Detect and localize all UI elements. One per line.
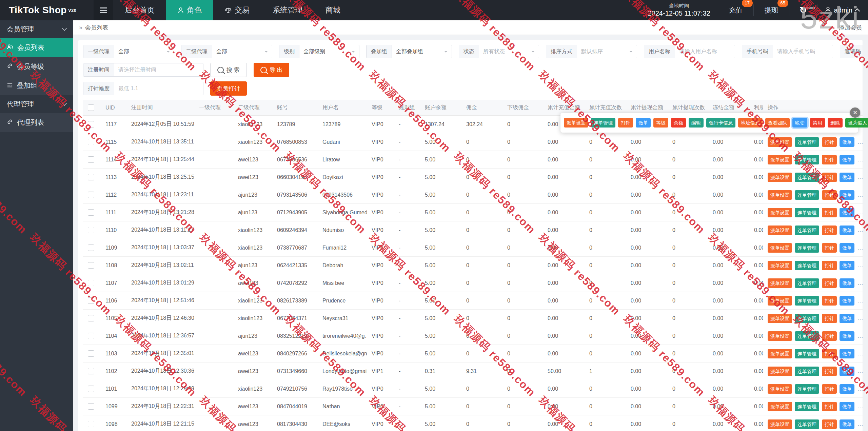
inject-button[interactable]: 打针 [822, 331, 837, 341]
make-order-button[interactable]: 做单 [840, 137, 854, 147]
inject-button[interactable]: 打针 [822, 261, 837, 270]
dispatch-settings-button[interactable]: 派单设置 [768, 296, 792, 306]
combo-order-button[interactable]: 连单管理 [795, 331, 819, 341]
row-checkbox[interactable] [88, 209, 94, 216]
batch-inject-button[interactable]: 批量打针 [210, 81, 247, 96]
popup-action-button[interactable]: 等级 [653, 118, 668, 128]
popup-action-button[interactable]: 删除 [828, 118, 843, 128]
filter-select[interactable]: 全部叠加组 [392, 45, 452, 58]
inject-button[interactable]: 打针 [822, 384, 837, 394]
row-checkbox[interactable] [88, 174, 94, 180]
dispatch-settings-button[interactable]: 派单设置 [768, 155, 792, 164]
row-checkbox[interactable] [88, 350, 94, 357]
row-checkbox[interactable] [88, 280, 94, 286]
popup-action-button[interactable]: 设为假人 [845, 118, 868, 128]
popup-action-button[interactable]: 编辑 [689, 118, 704, 128]
popup-action-button[interactable]: 连单管理 [591, 118, 615, 128]
make-order-button[interactable]: 做单 [840, 226, 854, 235]
row-checkbox[interactable] [88, 227, 94, 233]
filter-input[interactable] [773, 45, 833, 58]
search-button[interactable]: 搜 索 [210, 63, 247, 77]
row-checkbox[interactable] [88, 333, 94, 339]
popup-action-button[interactable]: 查看团队 [765, 118, 790, 128]
inject-button[interactable]: 打针 [822, 349, 837, 358]
make-order-button[interactable]: 做单 [840, 349, 854, 358]
filter-input[interactable] [675, 45, 735, 58]
dispatch-settings-button[interactable]: 派单设置 [768, 419, 792, 429]
make-order-button[interactable]: 做单 [840, 173, 854, 182]
make-order-button[interactable]: 做单 [840, 384, 854, 394]
popup-action-button[interactable]: 做单 [636, 118, 651, 128]
dispatch-settings-button[interactable]: 派单设置 [768, 173, 792, 182]
more-actions-button[interactable]: … [857, 403, 863, 410]
popup-action-button[interactable]: 地址信息 [738, 118, 763, 128]
make-order-button[interactable]: 做单 [840, 278, 854, 288]
row-checkbox[interactable] [88, 315, 94, 321]
more-actions-button[interactable]: … [857, 227, 863, 234]
combo-order-button[interactable]: 连单管理 [795, 349, 819, 358]
combo-order-button[interactable]: 连单管理 [795, 243, 819, 253]
combo-order-button[interactable]: 连单管理 [795, 226, 819, 235]
more-actions-button[interactable]: … [857, 350, 863, 357]
sidebar-item-stack-group[interactable]: 叠加组 [0, 76, 73, 95]
row-checkbox[interactable] [88, 262, 94, 269]
make-order-button[interactable]: 做单 [840, 190, 854, 200]
row-checkbox[interactable] [88, 156, 94, 163]
dispatch-settings-button[interactable]: 派单设置 [768, 208, 792, 217]
more-actions-button[interactable]: … [857, 279, 863, 287]
refresh-icon[interactable]: ↻ [797, 5, 810, 16]
more-actions-button[interactable]: … [857, 244, 863, 251]
sidebar-item-member-level[interactable]: 会员等级 [0, 57, 73, 76]
more-actions-button[interactable]: … [857, 156, 863, 163]
combo-order-button[interactable]: 连单管理 [795, 155, 819, 164]
inject-range-input[interactable] [114, 82, 203, 95]
make-order-button[interactable]: 做单 [840, 155, 854, 164]
dispatch-settings-button[interactable]: 派单设置 [768, 261, 792, 270]
inject-button[interactable]: 打针 [822, 278, 837, 288]
combo-order-button[interactable]: 连单管理 [795, 261, 819, 270]
popup-action-button[interactable]: 银行卡信息 [706, 118, 735, 128]
make-order-button[interactable]: 做单 [840, 314, 854, 323]
admin-user-menu[interactable]: admin [825, 6, 859, 14]
select-all-checkbox[interactable] [88, 104, 94, 111]
dispatch-settings-button[interactable]: 派单设置 [768, 402, 792, 411]
more-actions-button[interactable]: … [857, 174, 863, 181]
sidebar-collapse-button[interactable] [94, 0, 113, 20]
sidebar-item-member-list[interactable]: 会员列表 [0, 38, 73, 57]
make-order-button[interactable]: 做单 [840, 367, 854, 376]
more-actions-button[interactable]: … [857, 420, 863, 428]
make-order-button[interactable]: 做单 [840, 419, 854, 429]
sidebar-item-agent-list[interactable]: 代理列表 [0, 113, 73, 132]
popup-action-button[interactable]: 账变 [792, 118, 807, 128]
inject-button[interactable]: 打针 [822, 208, 837, 217]
row-checkbox[interactable] [88, 244, 94, 251]
more-actions-button[interactable]: … [857, 315, 863, 322]
inject-button[interactable]: 打针 [822, 173, 837, 182]
combo-order-button[interactable]: 连单管理 [795, 367, 819, 376]
inject-button[interactable]: 打针 [822, 402, 837, 411]
inject-button[interactable]: 打针 [822, 314, 837, 323]
withdraw-link[interactable]: 提现 65 [761, 4, 782, 17]
popup-action-button[interactable]: 禁用 [810, 118, 825, 128]
dispatch-settings-button[interactable]: 派单设置 [768, 349, 792, 358]
combo-order-button[interactable]: 连单管理 [795, 296, 819, 306]
add-member-button[interactable]: 添加会员 [839, 24, 862, 32]
more-actions-button[interactable]: … [857, 191, 863, 198]
sidebar-group-members[interactable]: 会员管理 [0, 20, 73, 38]
register-time-input[interactable] [114, 63, 203, 76]
close-icon[interactable]: ✕ [850, 107, 860, 118]
row-checkbox[interactable] [88, 421, 94, 427]
inject-button[interactable]: 打针 [822, 296, 837, 306]
dispatch-settings-button[interactable]: 派单设置 [768, 226, 792, 235]
filter-select[interactable]: 所有状态 [479, 45, 539, 58]
row-checkbox[interactable] [88, 121, 94, 128]
make-order-button[interactable]: 做单 [840, 331, 854, 341]
more-actions-button[interactable]: … [857, 138, 863, 145]
inject-button[interactable]: 打针 [822, 243, 837, 253]
popup-action-button[interactable]: 余额 [671, 118, 686, 128]
dispatch-settings-button[interactable]: 派单设置 [768, 278, 792, 288]
combo-order-button[interactable]: 连单管理 [795, 190, 819, 200]
row-checkbox[interactable] [88, 386, 94, 392]
inject-button[interactable]: 打针 [822, 419, 837, 429]
inject-button[interactable]: 打针 [822, 226, 837, 235]
